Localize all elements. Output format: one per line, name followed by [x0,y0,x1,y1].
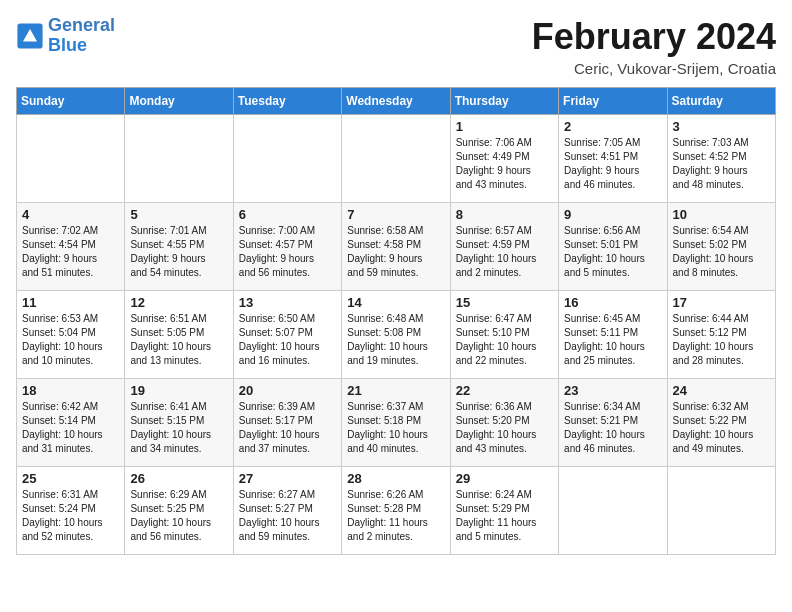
day-info: Sunrise: 6:56 AMSunset: 5:01 PMDaylight:… [564,224,661,280]
day-number: 4 [22,207,119,222]
calendar-cell: 8Sunrise: 6:57 AMSunset: 4:59 PMDaylight… [450,203,558,291]
calendar-cell: 10Sunrise: 6:54 AMSunset: 5:02 PMDayligh… [667,203,775,291]
day-number: 28 [347,471,444,486]
day-info: Sunrise: 6:57 AMSunset: 4:59 PMDaylight:… [456,224,553,280]
calendar-cell: 3Sunrise: 7:03 AMSunset: 4:52 PMDaylight… [667,115,775,203]
day-number: 22 [456,383,553,398]
day-number: 7 [347,207,444,222]
weekday-header-saturday: Saturday [667,88,775,115]
day-number: 8 [456,207,553,222]
day-info: Sunrise: 6:42 AMSunset: 5:14 PMDaylight:… [22,400,119,456]
title-area: February 2024 Ceric, Vukovar-Srijem, Cro… [532,16,776,77]
page-header: General Blue February 2024 Ceric, Vukova… [16,16,776,77]
calendar-cell: 17Sunrise: 6:44 AMSunset: 5:12 PMDayligh… [667,291,775,379]
day-info: Sunrise: 6:50 AMSunset: 5:07 PMDaylight:… [239,312,336,368]
logo-text: General Blue [48,16,115,56]
location-title: Ceric, Vukovar-Srijem, Croatia [532,60,776,77]
logo-icon [16,22,44,50]
day-info: Sunrise: 6:37 AMSunset: 5:18 PMDaylight:… [347,400,444,456]
weekday-header-thursday: Thursday [450,88,558,115]
calendar-cell: 26Sunrise: 6:29 AMSunset: 5:25 PMDayligh… [125,467,233,555]
logo-line1: General [48,15,115,35]
day-info: Sunrise: 6:58 AMSunset: 4:58 PMDaylight:… [347,224,444,280]
calendar-cell: 5Sunrise: 7:01 AMSunset: 4:55 PMDaylight… [125,203,233,291]
calendar-cell: 25Sunrise: 6:31 AMSunset: 5:24 PMDayligh… [17,467,125,555]
day-number: 24 [673,383,770,398]
calendar-cell [342,115,450,203]
day-number: 15 [456,295,553,310]
calendar-cell: 23Sunrise: 6:34 AMSunset: 5:21 PMDayligh… [559,379,667,467]
calendar-cell: 14Sunrise: 6:48 AMSunset: 5:08 PMDayligh… [342,291,450,379]
calendar-cell: 4Sunrise: 7:02 AMSunset: 4:54 PMDaylight… [17,203,125,291]
calendar-cell: 11Sunrise: 6:53 AMSunset: 5:04 PMDayligh… [17,291,125,379]
calendar-cell: 19Sunrise: 6:41 AMSunset: 5:15 PMDayligh… [125,379,233,467]
calendar-cell [125,115,233,203]
day-info: Sunrise: 6:32 AMSunset: 5:22 PMDaylight:… [673,400,770,456]
day-info: Sunrise: 6:36 AMSunset: 5:20 PMDaylight:… [456,400,553,456]
calendar-cell: 2Sunrise: 7:05 AMSunset: 4:51 PMDaylight… [559,115,667,203]
day-number: 27 [239,471,336,486]
day-number: 16 [564,295,661,310]
day-number: 6 [239,207,336,222]
day-info: Sunrise: 6:47 AMSunset: 5:10 PMDaylight:… [456,312,553,368]
calendar-cell: 9Sunrise: 6:56 AMSunset: 5:01 PMDaylight… [559,203,667,291]
day-info: Sunrise: 7:01 AMSunset: 4:55 PMDaylight:… [130,224,227,280]
calendar-cell: 29Sunrise: 6:24 AMSunset: 5:29 PMDayligh… [450,467,558,555]
day-number: 26 [130,471,227,486]
day-number: 11 [22,295,119,310]
day-info: Sunrise: 6:34 AMSunset: 5:21 PMDaylight:… [564,400,661,456]
week-row-1: 1Sunrise: 7:06 AMSunset: 4:49 PMDaylight… [17,115,776,203]
day-number: 12 [130,295,227,310]
day-info: Sunrise: 6:31 AMSunset: 5:24 PMDaylight:… [22,488,119,544]
day-number: 13 [239,295,336,310]
weekday-header-wednesday: Wednesday [342,88,450,115]
calendar-cell: 20Sunrise: 6:39 AMSunset: 5:17 PMDayligh… [233,379,341,467]
calendar-table: SundayMondayTuesdayWednesdayThursdayFrid… [16,87,776,555]
calendar-cell [559,467,667,555]
calendar-cell: 12Sunrise: 6:51 AMSunset: 5:05 PMDayligh… [125,291,233,379]
week-row-2: 4Sunrise: 7:02 AMSunset: 4:54 PMDaylight… [17,203,776,291]
day-number: 3 [673,119,770,134]
calendar-cell: 24Sunrise: 6:32 AMSunset: 5:22 PMDayligh… [667,379,775,467]
calendar-cell [667,467,775,555]
logo-line2: Blue [48,35,87,55]
day-number: 1 [456,119,553,134]
day-info: Sunrise: 6:24 AMSunset: 5:29 PMDaylight:… [456,488,553,544]
calendar-cell: 18Sunrise: 6:42 AMSunset: 5:14 PMDayligh… [17,379,125,467]
day-number: 14 [347,295,444,310]
day-number: 5 [130,207,227,222]
day-info: Sunrise: 7:06 AMSunset: 4:49 PMDaylight:… [456,136,553,192]
day-number: 10 [673,207,770,222]
month-title: February 2024 [532,16,776,58]
day-info: Sunrise: 7:03 AMSunset: 4:52 PMDaylight:… [673,136,770,192]
calendar-body: 1Sunrise: 7:06 AMSunset: 4:49 PMDaylight… [17,115,776,555]
calendar-cell: 15Sunrise: 6:47 AMSunset: 5:10 PMDayligh… [450,291,558,379]
day-number: 2 [564,119,661,134]
logo: General Blue [16,16,115,56]
week-row-3: 11Sunrise: 6:53 AMSunset: 5:04 PMDayligh… [17,291,776,379]
weekday-header-sunday: Sunday [17,88,125,115]
calendar-cell: 1Sunrise: 7:06 AMSunset: 4:49 PMDaylight… [450,115,558,203]
weekday-header-friday: Friday [559,88,667,115]
day-info: Sunrise: 7:00 AMSunset: 4:57 PMDaylight:… [239,224,336,280]
day-number: 23 [564,383,661,398]
day-info: Sunrise: 6:45 AMSunset: 5:11 PMDaylight:… [564,312,661,368]
day-info: Sunrise: 6:29 AMSunset: 5:25 PMDaylight:… [130,488,227,544]
day-info: Sunrise: 6:27 AMSunset: 5:27 PMDaylight:… [239,488,336,544]
calendar-cell: 21Sunrise: 6:37 AMSunset: 5:18 PMDayligh… [342,379,450,467]
calendar-cell: 16Sunrise: 6:45 AMSunset: 5:11 PMDayligh… [559,291,667,379]
day-number: 20 [239,383,336,398]
day-number: 29 [456,471,553,486]
day-number: 9 [564,207,661,222]
day-number: 25 [22,471,119,486]
day-info: Sunrise: 7:05 AMSunset: 4:51 PMDaylight:… [564,136,661,192]
weekday-header-tuesday: Tuesday [233,88,341,115]
weekday-header-monday: Monday [125,88,233,115]
calendar-cell [17,115,125,203]
day-info: Sunrise: 6:44 AMSunset: 5:12 PMDaylight:… [673,312,770,368]
day-number: 19 [130,383,227,398]
day-info: Sunrise: 6:51 AMSunset: 5:05 PMDaylight:… [130,312,227,368]
day-info: Sunrise: 6:54 AMSunset: 5:02 PMDaylight:… [673,224,770,280]
week-row-4: 18Sunrise: 6:42 AMSunset: 5:14 PMDayligh… [17,379,776,467]
calendar-cell: 6Sunrise: 7:00 AMSunset: 4:57 PMDaylight… [233,203,341,291]
